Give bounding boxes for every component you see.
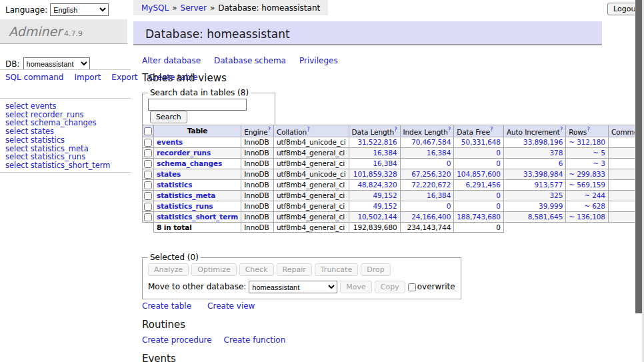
- breadcrumb-link-mysql[interactable]: MySQL: [141, 3, 169, 13]
- sidebar-table-link-statistics-short-term[interactable]: statistics_short_term: [31, 161, 111, 170]
- rows-link-recorder-runs[interactable]: ~ 5: [593, 149, 605, 157]
- auto-increment-cell: 378: [503, 147, 565, 158]
- rows-cell: ~ 244: [566, 190, 609, 201]
- column-help-link[interactable]: ?: [268, 126, 271, 133]
- sidebar-link-export[interactable]: Export: [111, 73, 137, 82]
- table-row: statistics_runsInnoDButf8mb4_general_ci4…: [143, 201, 644, 211]
- rows-link-statistics[interactable]: ~ 569,159: [569, 181, 605, 189]
- engine-cell: InnoDB: [241, 211, 274, 222]
- collation-cell: utf8mb4_general_ci: [273, 190, 349, 201]
- column-help-link[interactable]: ?: [490, 126, 493, 133]
- move-button[interactable]: Move: [340, 281, 372, 293]
- link-database-schema[interactable]: Database schema: [214, 56, 286, 65]
- table-name-cell: recorder_runs: [154, 147, 241, 158]
- row-checkbox[interactable]: [144, 149, 152, 157]
- move-database-select[interactable]: homeassistant: [249, 281, 337, 293]
- column-help-link[interactable]: ?: [587, 126, 589, 133]
- column-help-link[interactable]: ?: [448, 126, 451, 133]
- sidebar-table-item: select statistics_short_term: [5, 161, 110, 170]
- table-header: TableEngine?Collation?Data Length?Index …: [143, 125, 644, 137]
- auto-increment-cell: 325: [503, 190, 565, 201]
- rows-link-events[interactable]: ~ 312,180: [569, 138, 605, 146]
- table-link-states[interactable]: states: [157, 170, 181, 178]
- row-checkbox[interactable]: [144, 171, 152, 179]
- analyze-button[interactable]: Analyze: [148, 263, 189, 276]
- row-checkbox-cell: [143, 169, 154, 179]
- table-link-statistics[interactable]: statistics: [157, 181, 192, 189]
- scrollbar-thumb[interactable]: [635, 0, 642, 313]
- check-button[interactable]: Check: [239, 263, 274, 276]
- engine-cell: InnoDB: [241, 147, 274, 158]
- sidebar-link-sql-command[interactable]: SQL command: [5, 73, 63, 82]
- row-checkbox-cell: [143, 201, 154, 211]
- data-length-cell: 49,152: [349, 190, 400, 201]
- search-button[interactable]: Search: [150, 111, 187, 123]
- app-version: 4.7.9: [64, 29, 83, 38]
- repair-button[interactable]: Repair: [277, 263, 312, 276]
- database-action-links: Alter databaseDatabase schemaPrivileges: [142, 56, 351, 65]
- table-link-statistics-meta[interactable]: statistics_meta: [157, 191, 215, 199]
- events-heading: Events: [142, 353, 176, 362]
- total-data-free-cell: 0: [454, 222, 504, 232]
- link-create-view[interactable]: Create view: [207, 301, 255, 311]
- rows-link-states[interactable]: ~ 299,833: [569, 170, 605, 178]
- data-free-cell: 104,857,600: [454, 169, 504, 179]
- sidebar-link-import[interactable]: Import: [74, 73, 101, 82]
- rows-cell: ~ 136,108: [566, 211, 609, 222]
- table-name-cell: statistics_runs: [154, 201, 241, 211]
- index-length-cell: 0: [400, 201, 454, 211]
- row-checkbox[interactable]: [144, 213, 152, 221]
- create-links: Create tableCreate view: [142, 301, 271, 311]
- column-help-link[interactable]: ?: [394, 126, 397, 133]
- overwrite-checkbox[interactable]: [408, 283, 416, 291]
- table-link-statistics-short-term[interactable]: statistics_short_term: [157, 213, 238, 221]
- scrollbar: [635, 0, 644, 362]
- row-checkbox[interactable]: [144, 181, 152, 189]
- breadcrumb-separator: »: [210, 3, 215, 13]
- rows-link-statistics-meta[interactable]: ~ 244: [584, 191, 605, 199]
- rows-cell: ~ 3: [566, 158, 609, 169]
- link-alter-database[interactable]: Alter database: [142, 56, 201, 65]
- copy-button[interactable]: Copy: [375, 281, 405, 293]
- language-label: Language:: [5, 5, 47, 15]
- rows-link-statistics-short-term[interactable]: ~ 136,108: [569, 213, 605, 221]
- table-row: statisticsInnoDButf8mb4_general_ci48,824…: [143, 179, 644, 190]
- column-help-link[interactable]: ?: [560, 126, 563, 133]
- table-link-events[interactable]: events: [157, 138, 183, 146]
- collation-cell: utf8mb4_unicode_ci: [273, 137, 349, 147]
- table-link-schema-changes[interactable]: schema_changes: [157, 159, 222, 167]
- sidebar-select-link-statistics-short-term[interactable]: select: [5, 161, 28, 170]
- collation-cell: utf8mb4_general_ci: [273, 201, 349, 211]
- selected-fieldset: Selected (0) AnalyzeOptimizeCheckRepairT…: [142, 253, 461, 299]
- row-checkbox[interactable]: [144, 192, 152, 200]
- rows-link-statistics-runs[interactable]: ~ 628: [584, 202, 605, 210]
- sidebar-table-list: select eventsselect recorder_runsselect …: [5, 102, 110, 170]
- rows-link-schema-changes[interactable]: ~ 3: [593, 159, 605, 167]
- link-create-procedure[interactable]: Create procedure: [142, 335, 212, 345]
- language-select[interactable]: English: [50, 3, 109, 16]
- link-create-function[interactable]: Create function: [224, 335, 286, 345]
- drop-button[interactable]: Drop: [361, 263, 390, 276]
- column-help-link[interactable]: ?: [307, 126, 309, 133]
- row-checkbox[interactable]: [144, 139, 152, 147]
- table-link-recorder-runs[interactable]: recorder_runs: [157, 149, 211, 157]
- table-link-statistics-runs[interactable]: statistics_runs: [157, 202, 213, 210]
- truncate-button[interactable]: Truncate: [315, 263, 358, 276]
- link-privileges[interactable]: Privileges: [299, 56, 338, 65]
- data-length-cell: 101,859,328: [349, 169, 400, 179]
- db-select[interactable]: homeassistant: [23, 57, 90, 70]
- row-checkbox[interactable]: [144, 203, 152, 211]
- engine-cell: InnoDB: [241, 190, 274, 201]
- select-all-checkbox[interactable]: [144, 127, 152, 135]
- optimize-button[interactable]: Optimize: [191, 263, 236, 276]
- search-input[interactable]: [148, 99, 247, 111]
- row-checkbox-cell: [143, 137, 154, 147]
- table-row: statesInnoDButf8mb4_unicode_ci101,859,32…: [143, 169, 644, 179]
- overwrite-label[interactable]: overwrite: [417, 282, 455, 291]
- link-create-table[interactable]: Create table: [142, 301, 191, 311]
- engine-cell: InnoDB: [241, 169, 274, 179]
- column-header-auto-increment: Auto Increment?: [503, 125, 565, 137]
- breadcrumb-link-server[interactable]: Server: [181, 3, 207, 13]
- total-label-cell: 8 in total: [154, 222, 241, 232]
- row-checkbox[interactable]: [144, 160, 152, 168]
